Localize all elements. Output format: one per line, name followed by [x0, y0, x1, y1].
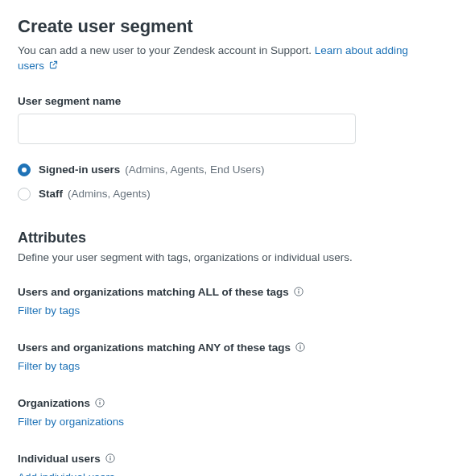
radio-signed-in-sublabel: (Admins, Agents, End Users) [125, 163, 264, 176]
segment-name-label: User segment name [18, 95, 432, 107]
radio-staff-label: Staff [39, 188, 63, 200]
radio-button-icon [18, 188, 31, 201]
info-icon[interactable] [295, 342, 305, 352]
attr-all-tags: Users and organizations matching ALL of … [18, 286, 432, 317]
attr-all-tags-label: Users and organizations matching ALL of … [18, 286, 289, 298]
attr-organizations: Organizations Filter by organizations [18, 397, 432, 428]
attr-individual-users-label: Individual users [18, 453, 101, 465]
svg-rect-1 [298, 291, 299, 294]
page-title: Create user segment [18, 16, 432, 37]
radio-staff-sublabel: (Admins, Agents) [68, 188, 151, 200]
svg-rect-8 [99, 400, 100, 401]
attr-any-tags: Users and organizations matching ANY of … [18, 341, 432, 373]
filter-by-tags-any-link[interactable]: Filter by tags [18, 360, 80, 372]
attributes-title: Attributes [18, 230, 432, 246]
filter-by-tags-all-link[interactable]: Filter by tags [18, 304, 80, 317]
svg-rect-2 [298, 289, 299, 290]
page-description-text: You can add a new user to your Zendesk a… [18, 44, 312, 56]
svg-rect-5 [299, 345, 300, 346]
svg-rect-11 [109, 456, 110, 457]
segment-name-field: User segment name [18, 95, 432, 144]
svg-rect-7 [99, 402, 100, 405]
user-type-radio-group: Signed-in users (Admins, Agents, End Use… [18, 163, 432, 201]
svg-rect-10 [109, 457, 110, 461]
info-icon[interactable] [95, 398, 105, 408]
attr-individual-users: Individual users Add individual users [18, 453, 432, 476]
filter-by-organizations-link[interactable]: Filter by organizations [18, 416, 124, 428]
attr-any-tags-label: Users and organizations matching ANY of … [18, 341, 291, 354]
page-description: You can add a new user to your Zendesk a… [18, 43, 432, 74]
radio-signed-in-label: Signed-in users [39, 163, 120, 176]
info-icon[interactable] [294, 287, 303, 296]
attr-organizations-label: Organizations [18, 397, 90, 409]
external-link-icon [49, 59, 58, 74]
radio-signed-in-users[interactable]: Signed-in users (Admins, Agents, End Use… [18, 163, 432, 176]
radio-button-icon [18, 163, 31, 176]
attributes-description: Define your user segment with tags, orga… [18, 251, 432, 263]
add-individual-users-link[interactable]: Add individual users [18, 471, 115, 476]
svg-rect-4 [299, 346, 300, 350]
segment-name-input[interactable] [18, 114, 356, 144]
radio-staff[interactable]: Staff (Admins, Agents) [18, 188, 432, 201]
info-icon[interactable] [105, 453, 115, 463]
